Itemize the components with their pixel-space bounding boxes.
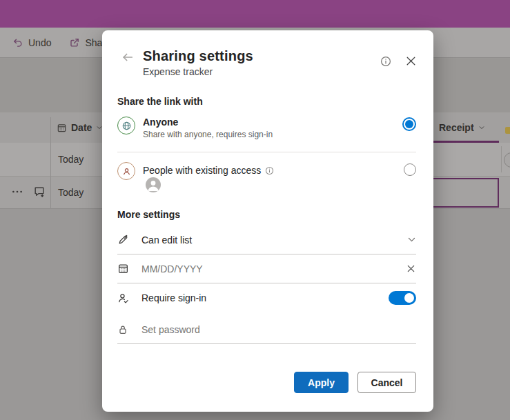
info-icon[interactable]: [265, 166, 274, 175]
anyone-radio[interactable]: [402, 117, 416, 131]
column-header-receipt[interactable]: Receipt: [439, 112, 485, 143]
column-header-date-label: Date: [71, 122, 92, 133]
existing-access-radio[interactable]: [404, 163, 416, 176]
chevron-down-icon: [407, 235, 416, 244]
screen: Undo Share Date Receipt: [0, 0, 510, 420]
anyone-option-description: Share with anyone, requires sign-in: [143, 130, 402, 139]
set-password-placeholder: Set password: [141, 324, 416, 335]
permission-dropdown[interactable]: Can edit list: [117, 226, 416, 254]
person-check-icon: [117, 292, 130, 304]
avatar: [146, 177, 161, 192]
row-actions: [11, 185, 46, 198]
undo-label: Undo: [28, 37, 51, 48]
expiration-date-field[interactable]: MM/DD/YYYY: [117, 254, 416, 283]
date-cell[interactable]: Today: [58, 187, 84, 198]
date-cell[interactable]: Today: [58, 154, 84, 165]
globe-icon: [117, 117, 135, 134]
clear-date-icon[interactable]: [406, 263, 416, 274]
more-options-icon[interactable]: [11, 186, 23, 198]
more-settings-section-label: More settings: [117, 209, 418, 220]
info-icon[interactable]: [380, 56, 391, 67]
lock-icon: [117, 324, 130, 335]
back-arrow-icon[interactable]: [121, 51, 134, 63]
column-header-receipt-label: Receipt: [439, 122, 474, 133]
suite-header-bar: [0, 0, 510, 28]
column-separator: [501, 146, 502, 172]
next-column-icon: [505, 127, 510, 134]
column-header-date[interactable]: Date: [57, 112, 103, 143]
existing-access-option-title: People with existing access: [143, 165, 261, 176]
anyone-option-title: Anyone: [143, 117, 402, 128]
share-link-section-label: Share the link with: [117, 96, 418, 107]
cancel-button[interactable]: Cancel: [357, 372, 416, 393]
undo-button[interactable]: Undo: [12, 37, 51, 48]
set-password-field[interactable]: Set password: [117, 315, 416, 344]
edit-pencil-icon: [117, 234, 130, 246]
apply-button[interactable]: Apply: [294, 372, 349, 393]
dialog-header: Sharing settings Expense tracker: [102, 30, 433, 77]
chevron-down-icon: [478, 124, 485, 131]
person-circle-icon: [117, 162, 135, 180]
calendar-icon: [117, 263, 130, 274]
sharing-settings-dialog: Sharing settings Expense tracker Share t…: [102, 30, 433, 412]
close-icon[interactable]: [405, 55, 417, 67]
dialog-title: Sharing settings: [143, 48, 380, 64]
permission-value: Can edit list: [141, 234, 407, 246]
share-icon: [69, 37, 80, 48]
expiration-date-placeholder: MM/DD/YYYY: [141, 263, 406, 274]
add-comment-icon[interactable]: [33, 185, 46, 198]
column-separator: [50, 117, 51, 209]
undo-icon: [12, 37, 23, 48]
require-signin-label: Require sign-in: [141, 292, 389, 303]
require-signin-toggle[interactable]: [389, 291, 416, 305]
dialog-subtitle: Expense tracker: [143, 66, 380, 77]
require-signin-row: Require sign-in: [117, 283, 416, 312]
calendar-icon: [57, 123, 67, 133]
share-option-anyone[interactable]: Anyone Share with anyone, requires sign-…: [102, 107, 433, 146]
